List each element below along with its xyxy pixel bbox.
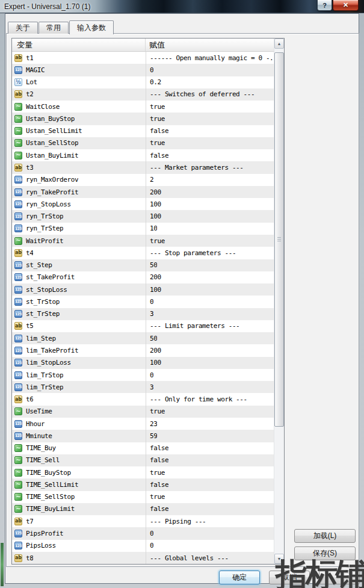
table-row[interactable]: ~ WaitClose true [12,101,274,113]
bool-type-icon: ~ [14,127,22,135]
column-header-variable[interactable]: 变量 [12,39,146,51]
scrollbar-thumb[interactable] [274,52,284,427]
variable-name: WaitProfit [26,237,63,245]
table-row[interactable]: ~ TIME_SellStop true [12,491,274,503]
window-title: Expert - Universal_1.70 (1) [4,2,90,11]
variable-value: true [150,103,165,111]
string-type-icon: ab [14,395,22,403]
cancel-button[interactable]: 取消 [269,571,310,584]
scrollbar[interactable]: ▲ ▼ [274,39,284,564]
variable-value: 0 [150,530,153,537]
table-row[interactable]: 123 lim_TrStep 3 [12,381,274,393]
table-row[interactable]: ~ Ustan_SellStop true [12,137,274,149]
table-row[interactable]: 123 st_TrStep 3 [12,308,274,320]
int-type-icon: 123 [14,224,22,232]
variable-name: lim_TakeProfit [26,347,78,354]
variable-name: TIME_Sell [26,456,60,464]
ok-button[interactable]: 确定 [219,571,260,584]
titlebar[interactable]: Expert - Universal_1.70 (1) ? ✕ [0,0,364,13]
table-row[interactable]: 123 ryn_TakeProfit 200 [12,186,274,198]
variable-value: 2 [150,176,153,184]
table-row[interactable]: ab t8 --- Global levels --- [12,552,274,564]
close-button[interactable]: ✕ [333,0,359,11]
table-row[interactable]: 123 st_TrStop 0 [12,296,274,308]
variable-value: 3 [150,310,153,318]
table-row[interactable]: ~ TIME_Sell false [12,454,274,466]
table-row[interactable]: ab t1 ------ Open manually magic = 0 -..… [12,52,274,64]
table-row[interactable]: ab t5 --- Limit parameters --- [12,320,274,332]
table-row[interactable]: 123 lim_Step 50 [12,332,274,344]
table-row[interactable]: ~ TIME_SellLimit false [12,478,274,491]
table-row[interactable]: 123 lim_TrStop 0 [12,369,274,381]
table-row[interactable]: ~ WaitProfit true [12,235,274,247]
table-row[interactable]: 123 ryn_TrStop 100 [12,210,274,222]
table-row[interactable]: 123 st_Step 50 [12,259,274,271]
table-row[interactable]: ab t2 --- Switches of deferred --- [12,88,274,101]
tab-about[interactable]: 关于 [8,22,38,34]
background-chart-glimpse [1,543,4,586]
inputs-tab-page: 变量 赋值 ab t1 ------ Open manually magic =… [6,33,359,567]
table-row[interactable]: ~ Ustan_BuyStop true [12,113,274,125]
table-row[interactable]: 123 MAGIC 0 [12,64,274,76]
table-row[interactable]: 123 ryn_TrStep 10 [12,223,274,235]
variable-value: true [150,407,165,415]
variable-value: 0 [150,66,153,74]
bool-type-icon: ~ [14,469,22,477]
variable-name: PipsLoss [26,542,56,549]
table-row[interactable]: 123 ryn_MaxOrderov 2 [12,174,274,186]
save-button[interactable]: 保存(S) [294,546,356,560]
table-row[interactable]: 123 st_StopLoss 100 [12,283,274,296]
table-row[interactable]: 123 PipsLoss 0 [12,540,274,552]
int-type-icon: 123 [14,347,22,354]
variable-name: Ustan_BuyStop [26,115,75,123]
table-row[interactable]: ab t3 --- Market parameters --- [12,161,274,173]
bool-type-icon: ~ [14,493,22,501]
table-row[interactable]: 123 ryn_StopLoss 100 [12,198,274,210]
table-row[interactable]: 123 PipsProfit 0 [12,527,274,539]
variable-name: Lot [26,78,37,86]
int-type-icon: 123 [14,200,22,208]
int-type-icon: 123 [14,530,22,537]
variable-value: 100 [150,286,161,294]
scroll-up-button[interactable]: ▲ [274,39,284,49]
table-row[interactable]: ~ TIME_BuyLimit false [12,503,274,515]
variable-value: false [150,444,168,452]
table-row[interactable]: ~ Ustan_SellLimit false [12,125,274,137]
int-type-icon: 123 [14,371,22,379]
table-row[interactable]: ab t4 --- Stop parameters --- [12,247,274,259]
scroll-down-button[interactable]: ▼ [274,554,284,564]
variable-name: st_StopLoss [26,286,67,294]
string-type-icon: ab [14,90,22,98]
variable-value: 0.2 [150,78,161,86]
variable-value: --- Only for time work --- [150,395,247,403]
variable-name: ryn_StopLoss [26,200,71,208]
table-row[interactable]: ab t6 --- Only for time work --- [12,393,274,405]
load-button[interactable]: 加载(L) [294,529,356,543]
table-row[interactable]: ~ Ustan_BuyLimit false [12,149,274,161]
help-button[interactable]: ? [317,0,332,11]
table-row[interactable]: ½ Lot 0.2 [12,76,274,88]
string-type-icon: ab [14,518,22,525]
table-row[interactable]: 123 lim_StopLoss 100 [12,357,274,369]
table-row[interactable]: ab t7 --- Pipsing --- [12,515,274,527]
table-row[interactable]: 123 Mminute 59 [12,430,274,442]
table-row[interactable]: 123 lim_TakeProfit 200 [12,344,274,356]
variable-value: 50 [150,261,157,269]
bool-type-icon: ~ [14,444,22,452]
table-row[interactable]: 123 st_TakeProfit 200 [12,271,274,283]
scroll-up-icon: ▲ [277,42,282,46]
tab-common[interactable]: 常用 [39,22,69,34]
int-type-icon: 123 [14,383,22,391]
table-row[interactable]: ~ TIME_Buy false [12,442,274,454]
reset-button[interactable] [319,571,360,584]
table-row[interactable]: ~ UseTime true [12,406,274,418]
variable-name: t2 [26,90,33,98]
bool-type-icon: ~ [14,103,22,111]
int-type-icon: 123 [14,335,22,342]
column-header-value[interactable]: 赋值 [146,39,274,51]
table-row[interactable]: 123 Hhour 23 [12,418,274,430]
variable-value: 0 [150,371,153,379]
table-row[interactable]: ~ TIME_BuyStop true [12,466,274,478]
tab-inputs[interactable]: 输入参数 [69,20,114,34]
variable-name: ryn_TrStep [26,224,63,232]
